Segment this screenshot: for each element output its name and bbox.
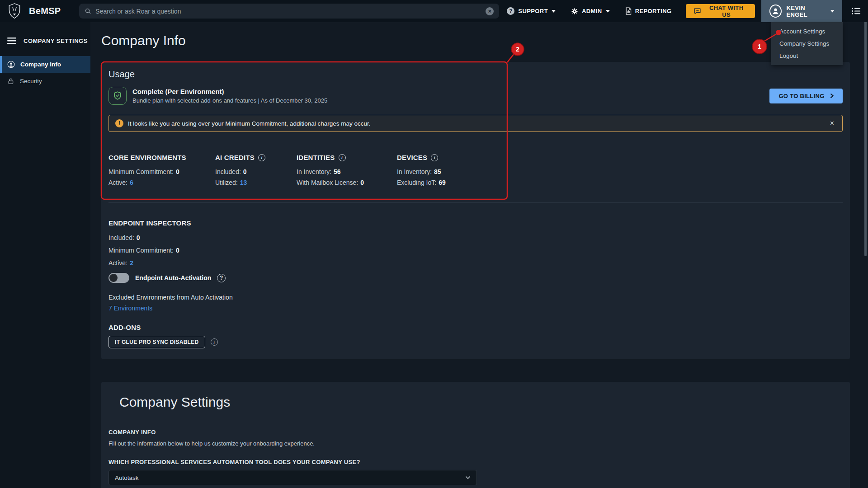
stat-value: 0 xyxy=(176,247,179,254)
stat-value: 0 xyxy=(176,168,179,175)
user-menu-trigger[interactable]: KEVIN ENGEL xyxy=(761,0,842,22)
stat-label: Excluding IoT: xyxy=(397,179,436,186)
support-icon: ? xyxy=(507,7,514,15)
chevron-right-icon xyxy=(830,93,834,99)
info-icon[interactable]: i xyxy=(258,154,265,161)
brand-name: BeMSP xyxy=(29,6,61,16)
info-icon[interactable]: i xyxy=(431,154,438,161)
stat-title: DEVICES xyxy=(397,154,427,161)
user-name: KEVIN ENGEL xyxy=(786,5,826,18)
main-content: Company Info Usage Complete (Per Environ… xyxy=(90,22,868,488)
menu-item-account-settings[interactable]: Account Settings xyxy=(771,25,843,38)
stat-value: 69 xyxy=(439,179,446,186)
reporting-label: REPORTING xyxy=(635,8,672,14)
close-warning-icon[interactable]: × xyxy=(828,119,836,127)
company-info-section-heading: COMPANY INFO xyxy=(108,429,843,436)
endpoint-inspectors-heading: ENDPOINT INSPECTORS xyxy=(108,219,843,227)
toggle-label: Endpoint Auto-Activation xyxy=(135,274,211,282)
hamburger-icon[interactable] xyxy=(7,38,16,44)
stat-value: 0 xyxy=(137,234,140,241)
stat-value: 0 xyxy=(360,179,364,186)
stat-value: 56 xyxy=(334,168,341,175)
avatar-icon xyxy=(769,5,782,18)
psa-question-label: WHICH PROFESSIONAL SERVICES AUTOMATION T… xyxy=(108,459,843,465)
stat-label: Included: xyxy=(108,234,134,241)
brand: BeMSP xyxy=(0,3,79,20)
chat-label: CHAT WITH US xyxy=(706,5,747,18)
excluded-environments-label: Excluded Environments from Auto Activati… xyxy=(108,294,843,301)
info-icon[interactable]: i xyxy=(211,338,218,346)
page-title: Company Info xyxy=(101,33,186,48)
top-navigation-bar: BeMSP × ? SUPPORT xyxy=(0,0,868,22)
brand-logo-lion-icon xyxy=(6,3,23,20)
admin-menu[interactable]: ADMIN xyxy=(563,0,618,22)
stat-label: Utilized: xyxy=(215,179,238,186)
user-icon xyxy=(7,61,15,68)
clear-search-icon[interactable]: × xyxy=(486,7,494,15)
top-nav-links: ? SUPPORT ADMIN xyxy=(499,0,868,22)
plan-row: Complete (Per Environment) Bundle plan w… xyxy=(108,87,843,105)
stat-title: AI CREDITS xyxy=(215,154,255,161)
warning-text: It looks like you are using over your Mi… xyxy=(128,120,370,127)
admin-gear-icon xyxy=(571,8,578,15)
sidebar: COMPANY SETTINGS Company Info xyxy=(0,22,90,488)
stat-value: 85 xyxy=(434,168,441,175)
stat-title: IDENTITIES xyxy=(297,154,335,161)
support-menu[interactable]: ? SUPPORT xyxy=(499,0,563,22)
warning-icon: ! xyxy=(115,119,123,127)
stat-identities: IDENTITIESi In Inventory:56 With Mailbox… xyxy=(297,154,397,190)
excluded-environments-link[interactable]: 7 Environments xyxy=(108,305,152,312)
search-input[interactable] xyxy=(95,8,481,15)
stat-devices: DEVICESi In Inventory:85 Excluding IoT:6… xyxy=(397,154,446,190)
list-menu-icon[interactable] xyxy=(842,0,868,22)
psa-selected-value: Autotask xyxy=(115,474,139,481)
stat-value-link[interactable]: 2 xyxy=(130,259,133,267)
admin-label: ADMIN xyxy=(582,8,602,14)
stat-label: Minimum Commitment: xyxy=(108,247,174,254)
stat-label: Included: xyxy=(215,168,241,175)
user-dropdown-menu: Account Settings Company Settings Logout xyxy=(771,22,843,65)
menu-item-logout[interactable]: Logout xyxy=(771,50,843,62)
sidebar-item-security[interactable]: Security xyxy=(0,73,90,89)
sidebar-title: COMPANY SETTINGS xyxy=(24,38,88,44)
stat-ai-credits: AI CREDITSi Included:0 Utilized:13 xyxy=(215,154,297,190)
search-icon xyxy=(85,8,91,14)
menu-item-company-settings[interactable]: Company Settings xyxy=(771,38,843,50)
info-icon[interactable]: i xyxy=(339,154,346,161)
help-icon[interactable]: ? xyxy=(217,274,226,282)
endpoint-auto-activation-toggle[interactable] xyxy=(108,273,129,283)
go-to-billing-button[interactable]: GO TO BILLING xyxy=(769,89,843,103)
stat-label: In Inventory: xyxy=(297,168,331,175)
it-glue-pro-sync-button[interactable]: IT GLUE PRO SYNC DISABLED xyxy=(108,336,205,348)
stat-label: Active: xyxy=(108,259,127,267)
stat-label: Minimum Commitment: xyxy=(108,168,174,175)
plan-title: Complete (Per Environment) xyxy=(132,88,327,95)
stat-value: 0 xyxy=(243,168,247,175)
shield-check-icon xyxy=(108,87,127,105)
sidebar-item-label: Company Info xyxy=(20,61,61,68)
lock-icon xyxy=(7,78,14,85)
scrollbar-thumb[interactable] xyxy=(864,1,867,256)
global-search[interactable]: × xyxy=(79,4,499,19)
usage-stats-row: CORE ENVIRONMENTS Minimum Commitment:0 A… xyxy=(108,154,843,190)
stat-value-link[interactable]: 6 xyxy=(130,179,133,186)
psa-select[interactable]: Autotask xyxy=(108,470,477,485)
app-window: BeMSP × ? SUPPORT xyxy=(0,0,868,488)
usage-heading: Usage xyxy=(108,69,843,80)
sidebar-item-label: Security xyxy=(20,78,42,84)
billing-button-label: GO TO BILLING xyxy=(778,93,824,99)
reporting-link[interactable]: REPORTING xyxy=(618,0,679,22)
chat-icon xyxy=(693,7,701,15)
chat-with-us-button[interactable]: CHAT WITH US xyxy=(686,4,755,18)
auto-activation-row: Endpoint Auto-Activation ? xyxy=(108,273,843,283)
addons-heading: ADD-ONS xyxy=(108,324,843,331)
stat-title: CORE ENVIRONMENTS xyxy=(108,154,186,161)
reporting-icon xyxy=(625,7,632,15)
caret-down-icon xyxy=(606,10,610,13)
usage-card: Usage Complete (Per Environment) Bundle … xyxy=(101,62,850,359)
chevron-down-icon xyxy=(465,476,471,479)
commitment-warning-banner: ! It looks like you are using over your … xyxy=(108,115,843,132)
stat-value-link[interactable]: 13 xyxy=(240,179,247,186)
sidebar-item-company-info[interactable]: Company Info xyxy=(0,56,90,73)
stat-core-environments: CORE ENVIRONMENTS Minimum Commitment:0 A… xyxy=(108,154,215,190)
